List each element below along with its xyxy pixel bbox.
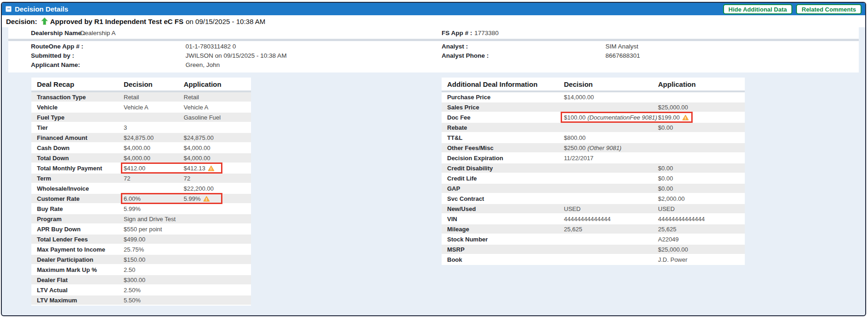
decision-cell: $412.00: [124, 165, 184, 172]
decision-details-panel: − Decision Details Hide Additional Data …: [1, 2, 866, 316]
table-row: Transaction TypeRetailRetail: [31, 92, 251, 102]
applicant-name-label: Applicant Name:: [31, 61, 80, 68]
related-comments-button[interactable]: Related Comments: [796, 4, 862, 14]
table-row: Wholesale/Invoice$22,200.00: [31, 184, 251, 193]
table-header-cell: Decision: [564, 80, 658, 88]
decision-note: (DocumentationFee 9081): [587, 114, 657, 121]
decision-cell: $800.00: [564, 134, 658, 141]
application-cell: A22049: [658, 236, 745, 243]
collapse-icon[interactable]: −: [6, 6, 12, 12]
row-label: Book: [442, 256, 564, 263]
table-row: Dealer Participation$150.00: [31, 255, 251, 264]
analyst-label: Analyst :: [442, 43, 468, 50]
table-row: Purchase Price$14,000.00: [442, 92, 745, 102]
table-row: Tier3: [31, 123, 251, 132]
row-label: TT&L: [442, 134, 564, 141]
application-cell: $0.00: [658, 185, 745, 192]
decision-cell: $300.00: [124, 277, 184, 283]
row-label: Other Fees/Misc: [442, 144, 564, 151]
application-cell: $412.13!: [184, 165, 251, 172]
routeone-app-label: RouteOne App # :: [31, 43, 84, 50]
row-label: Program: [31, 216, 124, 223]
application-cell: $4,000.00: [184, 144, 251, 151]
additional-deal-information-table: Additional Deal InformationDecisionAppli…: [442, 78, 745, 265]
decision-cell: 5.50%: [124, 297, 184, 304]
table-row: VIN4444444444444444444444444444: [442, 214, 745, 223]
row-label: LTV Actual: [31, 287, 124, 294]
analyst-value: SIM Analyst: [605, 43, 638, 50]
table-row: Rebate$0.00: [442, 123, 745, 132]
analyst-phone-label: Analyst Phone :: [442, 52, 489, 59]
info-panel: Dealership Name : Dealership A FS App # …: [8, 27, 859, 72]
table-row: Svc Contract$2,000.00: [442, 194, 745, 203]
decision-note: (Other 9081): [587, 144, 622, 151]
table-row: MSRP$25,000.00: [442, 245, 745, 254]
hide-additional-data-button[interactable]: Hide Additional Data: [723, 4, 793, 14]
table-row: Stock NumberA22049: [442, 235, 745, 244]
decision-cell: 6.00%: [124, 195, 184, 202]
application-cell: 72: [184, 175, 251, 182]
row-label: Svc Contract: [442, 195, 564, 202]
decision-cell: 2.50: [124, 266, 184, 273]
table-row: Financed Amount$24,875.00$24,875.00: [31, 133, 251, 142]
dealership-name-label: Dealership Name :: [31, 30, 85, 36]
table-row: LTV Actual2.50%: [31, 285, 251, 295]
table-row: Total Lender Fees$499.00: [31, 235, 251, 244]
panel-title: Decision Details: [15, 5, 68, 13]
table-row: Total Down$4,000.00$4,000.00: [31, 153, 251, 163]
application-cell: $25,000.00: [658, 246, 745, 253]
info-row: Dealership Name : Dealership A FS App # …: [8, 29, 859, 38]
row-label: Sales Price: [442, 104, 564, 111]
application-cell: J.D. Power: [658, 256, 745, 263]
table-row: Mileage25,62525,625: [442, 224, 745, 234]
application-cell: $2,000.00: [658, 195, 745, 202]
table-row: Max Payment to Income25.75%: [31, 245, 251, 254]
decision-cell: $550 per point: [124, 226, 184, 233]
table-header-cell: Deal Recap: [31, 80, 124, 88]
submitted-by-label: Submitted by :: [31, 52, 74, 59]
table-row: New/UsedUSEDUSED: [442, 204, 745, 213]
table-row: Customer Rate6.00%5.99%!: [31, 194, 251, 203]
decision-cell: $499.00: [124, 236, 184, 243]
row-label: Max Payment to Income: [31, 246, 124, 253]
table-row: Sales Price$25,000.00: [442, 102, 745, 112]
table-row: Cash Down$4,000.00$4,000.00: [31, 143, 251, 152]
row-label: Total Lender Fees: [31, 236, 124, 243]
decision-cell: USED: [564, 205, 658, 212]
table-header-row: Additional Deal InformationDecisionAppli…: [442, 78, 745, 90]
row-label: Tier: [31, 124, 124, 131]
decision-cell: $250.00(Other 9081): [564, 144, 658, 151]
table-header-cell: Application: [184, 80, 251, 88]
row-label: GAP: [442, 185, 564, 192]
decision-cell: 3: [124, 124, 184, 131]
table-row: GAP$0.00: [442, 184, 745, 193]
warning-icon: !: [208, 165, 215, 171]
warning-icon: !: [203, 196, 210, 202]
table-row: Dealer Flat$300.00: [31, 275, 251, 284]
fs-app-value: 1773380: [474, 30, 499, 36]
decision-cell: 11/22/2017: [564, 155, 658, 162]
decision-cell: Retail: [124, 94, 184, 101]
decision-cell: $4,000.00: [124, 144, 184, 151]
decision-cell: 25.75%: [124, 246, 184, 253]
table-row: BookJ.D. Power: [442, 255, 745, 264]
row-label: Credit Disability: [442, 165, 564, 172]
application-cell: $24,875.00: [184, 134, 251, 141]
decision-label: Decision:: [6, 18, 37, 25]
info-row: RouteOne App # : 01-1-780311482 0 Analys…: [8, 42, 859, 51]
table-row: Doc Fee$100.00(DocumentationFee 9081)$19…: [442, 113, 745, 122]
decision-status-text: Approved by R1 Independent Test eC FS: [50, 18, 184, 25]
svg-text:!: !: [685, 116, 686, 120]
decision-cell: 25,625: [564, 226, 658, 233]
decision-cell: 2.50%: [124, 287, 184, 294]
application-cell: $0.00: [658, 165, 745, 172]
table-row: Credit Life$0.00: [442, 174, 745, 183]
row-label: Credit Life: [442, 175, 564, 182]
row-label: Stock Number: [442, 236, 564, 243]
application-cell: Retail: [184, 94, 251, 101]
row-label: Financed Amount: [31, 134, 124, 141]
row-label: Dealer Flat: [31, 277, 124, 283]
decision-cell: $24,875.00: [124, 134, 184, 141]
decision-cell: $14,000.00: [564, 94, 658, 101]
decision-cell: 44444444444444: [564, 216, 658, 223]
